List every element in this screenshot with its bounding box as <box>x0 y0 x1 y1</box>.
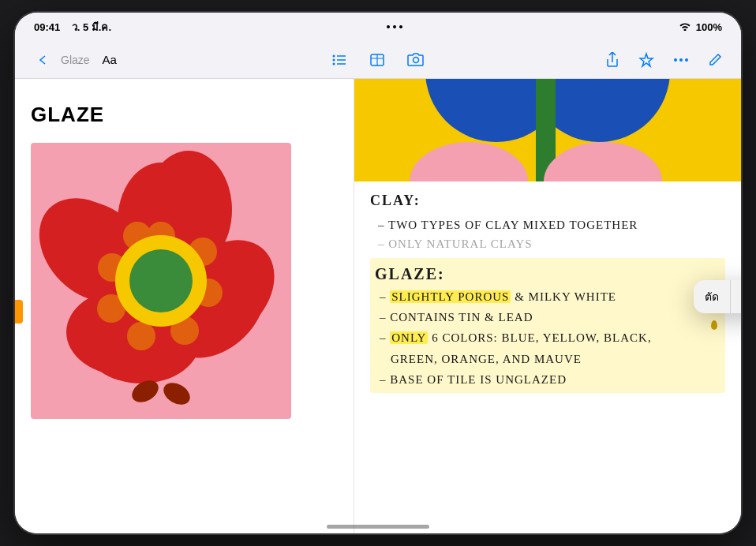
glaze-section: GLAZE: – SLIGHTLY POROUS & MILKY WHITE –… <box>370 258 725 393</box>
context-menu: ตัด คัดลอก ลบ ทำสำเนา คัดลอกเป็นข้อความ … <box>694 280 741 313</box>
home-indicator <box>327 525 429 529</box>
content-area: GLAZE <box>15 79 741 533</box>
note-sidebar-title: GLAZE <box>31 103 338 127</box>
svg-point-27 <box>127 322 155 350</box>
svg-point-2 <box>332 58 335 61</box>
highlight-button[interactable] <box>635 49 657 71</box>
glaze-line-3: – ONLY 6 COLORS: BLUE, YELLOW, BLACK, <box>375 327 720 348</box>
ink-drop <box>711 320 717 330</box>
svg-point-4 <box>332 62 335 65</box>
flower-svg <box>31 143 291 419</box>
svg-marker-10 <box>640 54 653 66</box>
top-illustration <box>354 79 741 181</box>
note-content: CLAY: – TWO TYPES OF CLAY MIXED TOGETHER… <box>354 79 741 533</box>
list-button[interactable] <box>328 50 350 70</box>
glaze-line-4: GREEN, ORANGE, AND MAUVE <box>375 349 720 369</box>
battery-indicator: 100% <box>696 21 722 33</box>
clay-heading: CLAY: <box>370 189 725 212</box>
table-button[interactable] <box>366 50 388 70</box>
context-menu-copy[interactable]: คัดลอก <box>731 280 741 313</box>
clay-section: CLAY: – TWO TYPES OF CLAY MIXED TOGETHER… <box>370 189 725 253</box>
glaze-line-2: – CONTAINS TIN & LEAD <box>375 307 720 327</box>
status-dot-1 <box>387 25 390 28</box>
toolbar: Glaze Aa <box>15 41 741 79</box>
glaze-heading: GLAZE: <box>375 261 720 286</box>
status-dot-3 <box>399 25 402 28</box>
more-options-button[interactable] <box>670 54 692 65</box>
status-dot-2 <box>393 25 396 28</box>
camera-button[interactable] <box>404 50 428 70</box>
clay-line-2: – ONLY NATURAL CLAYS <box>370 234 725 253</box>
side-tab[interactable] <box>15 300 23 323</box>
svg-point-32 <box>129 249 193 312</box>
top-svg <box>354 79 741 181</box>
svg-point-12 <box>679 58 683 62</box>
svg-point-11 <box>674 58 677 62</box>
highlight-only: ONLY <box>390 331 428 344</box>
glaze-line-5: – BASE OF TILE IS UNGLAZED <box>375 369 720 390</box>
status-bar: 09:41 ว. 5 มี.ค. 100% <box>15 13 741 41</box>
share-button[interactable] <box>602 49 623 71</box>
toolbar-center <box>262 50 493 70</box>
toolbar-left: Glaze Aa <box>31 50 262 70</box>
highlight-slightly-porous: SLIGHTLY POROUS <box>390 290 511 303</box>
glaze-line-1: – SLIGHTLY POROUS & MILKY WHITE <box>375 286 720 307</box>
clay-line-1: – TWO TYPES OF CLAY MIXED TOGETHER <box>370 215 725 234</box>
svg-point-9 <box>413 57 418 62</box>
format-button[interactable]: Aa <box>99 50 120 69</box>
status-time: 09:41 ว. 5 มี.ค. <box>34 19 111 36</box>
wifi-icon <box>679 21 691 33</box>
edit-button[interactable] <box>705 50 725 70</box>
status-right: 100% <box>679 21 722 33</box>
handwritten-area: CLAY: – TWO TYPES OF CLAY MIXED TOGETHER… <box>354 181 741 401</box>
ipad-frame: 09:41 ว. 5 มี.ค. 100% Glaze Aa <box>15 13 741 533</box>
svg-point-13 <box>685 58 688 62</box>
notes-sidebar: GLAZE <box>15 79 354 533</box>
flower-illustration <box>31 143 291 419</box>
context-menu-cut[interactable]: ตัด <box>694 280 731 313</box>
note-title-toolbar: Glaze <box>61 54 90 66</box>
status-center <box>387 25 402 28</box>
svg-point-0 <box>332 54 335 57</box>
toolbar-right <box>494 49 725 71</box>
back-button[interactable] <box>31 50 51 70</box>
